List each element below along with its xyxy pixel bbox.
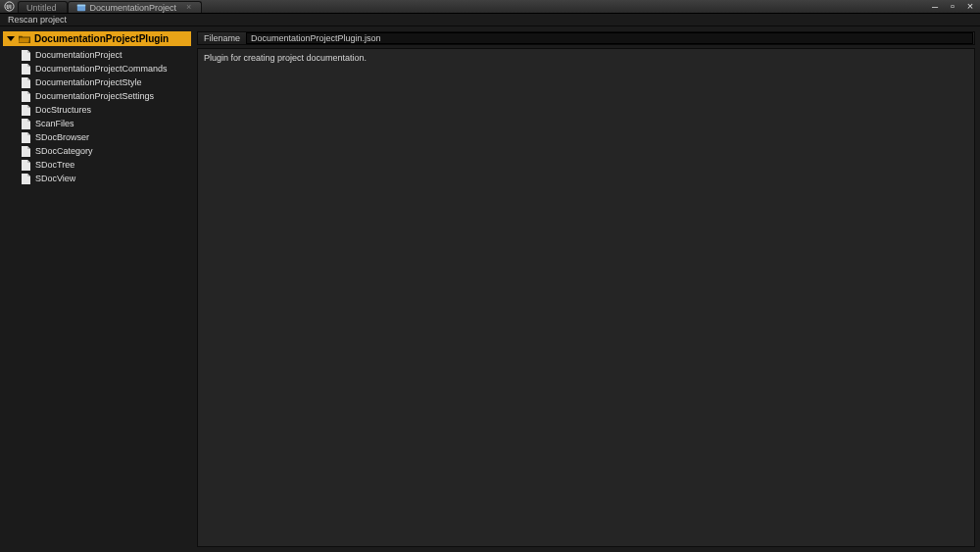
tree-item-label: ScanFiles [35,118,74,129]
svg-rect-2 [76,4,84,6]
titlebar: Untitled DocumentationProject × – ▫ × [0,0,980,14]
close-tab-icon[interactable]: × [186,3,191,12]
folder-open-icon [19,34,30,44]
tree-item[interactable]: DocumentationProjectCommands [19,62,191,75]
tab-untitled[interactable]: Untitled [18,1,68,13]
expand-collapse-icon[interactable] [7,36,15,41]
rescan-project-menu[interactable]: Rescan project [4,15,71,25]
tree-item-label: DocumentationProject [35,49,122,61]
tree-item-label: DocumentationProjectCommands [35,63,168,75]
file-icon [22,132,30,142]
content-pane: Filename DocumentationProjectPlugin.json… [194,26,980,552]
tree-item[interactable]: ScanFiles [19,117,191,130]
file-icon [22,77,30,87]
file-icon [22,119,30,128]
tree-item[interactable]: DocumentationProjectStyle [19,75,191,89]
tree-item-label: DocumentationProjectSettings [35,90,154,102]
tree-children: DocumentationProject DocumentationProjec… [3,46,191,185]
filename-field[interactable]: DocumentationProjectPlugin.json [246,32,973,44]
filename-value: DocumentationProjectPlugin.json [251,33,381,43]
file-icon [22,174,30,183]
tree-view: DocumentationProjectPlugin Documentation… [3,31,191,185]
file-icon [22,64,30,74]
tree-item[interactable]: DocumentationProjectSettings [19,89,191,103]
tree-item[interactable]: DocumentationProject [19,48,191,62]
maximize-button[interactable]: ▫ [947,1,958,12]
filename-label: Filename [198,33,246,43]
titlebar-spacer [202,0,929,13]
tree-item[interactable]: SDocBrowser [19,130,191,144]
file-icon [22,91,30,101]
tree-item-label: DocStructures [35,104,91,116]
tree-item-label: SDocCategory [35,145,93,157]
workspace: DocumentationProjectPlugin Documentation… [0,26,980,552]
tree-item[interactable]: SDocCategory [19,144,191,158]
filename-row: Filename DocumentationProjectPlugin.json [197,31,975,45]
tree-item-label: DocumentationProjectStyle [35,76,142,88]
tree-root-label: DocumentationProjectPlugin [34,33,169,44]
tab-documentation-project[interactable]: DocumentationProject × [68,1,203,13]
file-icon [22,146,30,156]
minimize-button[interactable]: – [929,1,941,12]
sidebar: DocumentationProjectPlugin Documentation… [0,26,194,552]
window-icon [76,3,86,13]
tree-item[interactable]: SDocTree [19,158,191,172]
file-icon [22,105,30,115]
file-icon [22,50,30,60]
app-logo-icon [0,0,18,13]
tab-label: Untitled [26,3,57,13]
tree-item[interactable]: SDocView [19,172,191,185]
window-controls: – ▫ × [929,0,980,13]
tree-item-label: SDocBrowser [35,131,89,143]
close-button[interactable]: × [964,1,976,12]
menubar: Rescan project [0,14,980,26]
description-text: Plugin for creating project documentatio… [204,53,367,63]
description-box[interactable]: Plugin for creating project documentatio… [197,48,975,547]
tab-label: DocumentationProject [90,3,177,13]
file-icon [22,160,30,170]
tree-item[interactable]: DocStructures [19,103,191,117]
tree-root-item[interactable]: DocumentationProjectPlugin [3,31,191,46]
tree-item-label: SDocView [35,173,75,184]
tree-item-label: SDocTree [35,159,74,171]
